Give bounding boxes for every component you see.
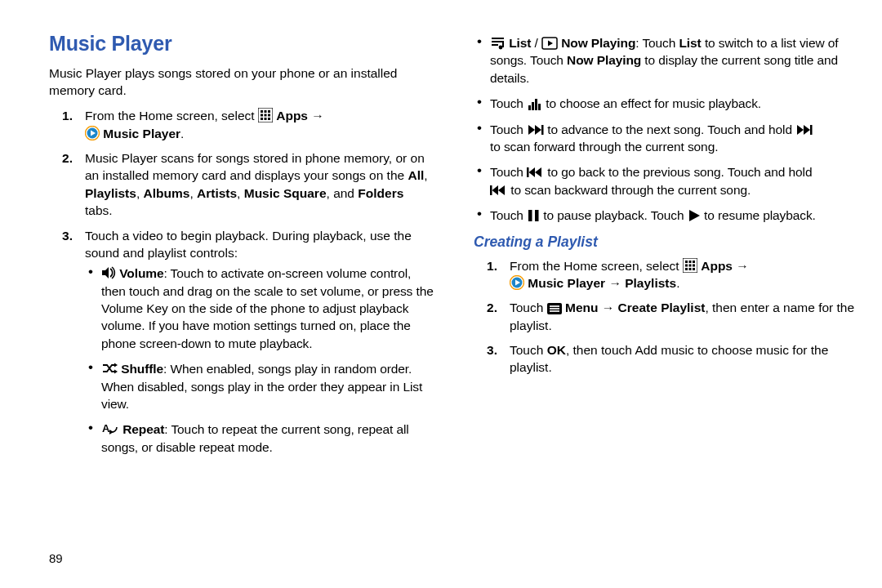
bullet-prev: Touch to go back to the previous song. T…	[474, 163, 859, 198]
shuffle-icon	[101, 361, 118, 376]
pause-icon	[527, 209, 540, 222]
page-number: 89	[49, 551, 63, 565]
now-playing-icon	[541, 37, 558, 50]
volume-icon	[101, 265, 116, 280]
music-player-icon	[85, 126, 100, 140]
bullet-next: Touch to advance to the next song. Touch…	[474, 121, 859, 156]
main-steps: From the Home screen, select Apps → Musi…	[49, 107, 434, 456]
play-icon	[688, 209, 701, 222]
left-column: Music Player Music Player plays songs st…	[49, 29, 434, 572]
bullet-shuffle: Shuffle: When enabled, songs play in ran…	[85, 360, 434, 412]
bullet-pause: Touch to pause playback. Touch to resume…	[474, 207, 859, 224]
pl-step-3: Touch OK, then touch Add music to choose…	[474, 341, 859, 376]
list-icon	[490, 36, 506, 50]
step-2: Music Player scans for songs stored in p…	[49, 149, 434, 220]
repeat-icon	[101, 421, 119, 436]
music-player-icon	[510, 275, 524, 290]
section-heading: Creating a Playlist	[474, 232, 859, 252]
prev-icon	[527, 166, 544, 179]
next-icon	[795, 123, 813, 136]
bullet-repeat: Repeat: Touch to repeat the current song…	[85, 421, 434, 456]
bullet-volume: Volume: Touch to activate on-screen volu…	[85, 265, 434, 352]
playlist-steps: From the Home screen, select Apps → Musi…	[474, 257, 859, 376]
next-icon	[527, 123, 544, 136]
step-3: Touch a video to begin playback. During …	[49, 227, 434, 457]
pl-step-1: From the Home screen, select Apps → Musi…	[474, 257, 859, 292]
right-column: List / Now Playing: Touch List to switch…	[474, 29, 859, 572]
prev-icon	[490, 184, 507, 197]
page-title: Music Player	[49, 29, 434, 58]
apps-icon	[258, 108, 273, 122]
apps-icon	[683, 258, 697, 273]
intro-text: Music Player plays songs stored on your …	[49, 65, 434, 100]
bullet-list-nowplaying: List / Now Playing: Touch List to switch…	[474, 34, 859, 87]
menu-icon	[547, 303, 562, 314]
bullet-effect: Touch to choose an effect for music play…	[474, 95, 859, 112]
equalizer-icon	[527, 97, 542, 110]
step-1: From the Home screen, select Apps → Musi…	[49, 107, 434, 142]
pl-step-2: Touch Menu → Create Playlist, then enter…	[474, 299, 859, 334]
